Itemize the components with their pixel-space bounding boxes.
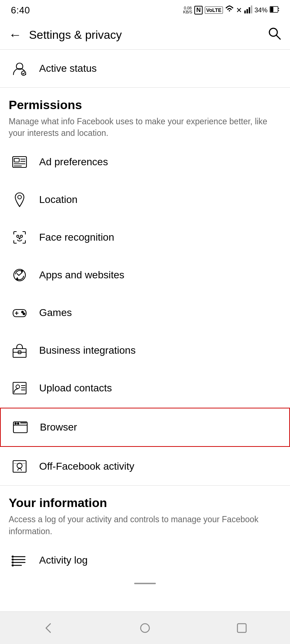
- nav-back-button[interactable]: [34, 617, 63, 639]
- business-integrations-label: Business integrations: [39, 345, 136, 356]
- svg-point-29: [23, 313, 25, 315]
- games-label: Games: [39, 307, 72, 319]
- nav-recents-button[interactable]: [227, 617, 256, 639]
- svg-point-51: [12, 559, 13, 560]
- nfc-icon: N: [194, 6, 202, 14]
- activity-log-item[interactable]: Activity log: [0, 541, 290, 579]
- svg-marker-23: [21, 270, 23, 273]
- nav-home-button[interactable]: [130, 617, 160, 639]
- svg-rect-30: [13, 349, 26, 357]
- svg-point-19: [17, 235, 19, 237]
- permissions-header: Permissions Manage what info Facebook us…: [0, 88, 290, 143]
- apps-and-websites-icon: [9, 264, 30, 286]
- games-icon: [9, 302, 30, 324]
- back-button[interactable]: ←: [9, 28, 22, 41]
- face-recognition-item[interactable]: Face recognition: [0, 219, 290, 256]
- ad-preferences-label: Ad preferences: [39, 156, 108, 168]
- svg-point-34: [16, 385, 20, 389]
- svg-point-41: [17, 423, 19, 424]
- svg-line-9: [277, 36, 281, 40]
- upload-contacts-item[interactable]: Upload contacts: [0, 369, 290, 407]
- off-facebook-activity-icon: [9, 456, 30, 477]
- apps-and-websites-item[interactable]: Apps and websites: [0, 256, 290, 294]
- svg-rect-55: [237, 624, 246, 632]
- upload-contacts-icon: [9, 377, 30, 399]
- face-recognition-icon: [9, 227, 30, 248]
- browser-label: Browser: [40, 421, 77, 433]
- off-facebook-activity-item[interactable]: Off-Facebook activity: [0, 448, 290, 485]
- svg-point-18: [18, 195, 21, 199]
- permissions-title: Permissions: [9, 98, 281, 112]
- volte-icon: VoLTE: [205, 7, 223, 14]
- location-label: Location: [39, 194, 78, 205]
- ad-preferences-item[interactable]: Ad preferences: [0, 143, 290, 181]
- your-information-title: Your information: [9, 496, 281, 510]
- signal-x-icon: ✕: [236, 6, 242, 14]
- svg-rect-2: [249, 7, 250, 13]
- svg-point-53: [12, 565, 13, 566]
- signal-icon: [244, 5, 252, 15]
- apps-and-websites-label: Apps and websites: [39, 269, 124, 281]
- svg-rect-7: [270, 7, 273, 12]
- business-integrations-item[interactable]: Business integrations: [0, 332, 290, 369]
- active-status-icon: [9, 58, 30, 79]
- location-item[interactable]: Location: [0, 181, 290, 219]
- app-bar-left: ← Settings & privacy: [9, 28, 122, 42]
- svg-rect-43: [13, 461, 26, 472]
- svg-point-11: [21, 71, 26, 75]
- battery-icon: [270, 6, 279, 14]
- status-icons: 0.08 KB/S N VoLTE ✕ 34%: [183, 5, 279, 15]
- ad-preferences-icon: [9, 151, 30, 173]
- battery-text: 34%: [254, 7, 268, 14]
- search-icon[interactable]: [268, 26, 281, 43]
- svg-point-52: [12, 562, 13, 563]
- face-recognition-label: Face recognition: [39, 232, 114, 243]
- active-status-label: Active status: [39, 63, 97, 74]
- svg-rect-0: [244, 11, 246, 13]
- your-information-subtitle: Access a log of your activity and contro…: [9, 514, 281, 537]
- svg-point-40: [15, 423, 16, 424]
- upload-contacts-label: Upload contacts: [39, 382, 112, 394]
- svg-rect-3: [251, 5, 252, 13]
- browser-item[interactable]: Browser: [0, 408, 290, 447]
- permissions-subtitle: Manage what info Facebook uses to make y…: [9, 116, 281, 139]
- location-icon: [9, 189, 30, 211]
- your-information-header: Your information Access a log of your ac…: [0, 486, 290, 541]
- business-integrations-icon: [9, 340, 30, 361]
- scroll-indicator: [134, 583, 156, 584]
- svg-point-28: [22, 311, 24, 313]
- games-item[interactable]: Games: [0, 294, 290, 332]
- svg-point-44: [17, 463, 22, 468]
- status-bar: 6:40 0.08 KB/S N VoLTE ✕ 34%: [0, 0, 290, 20]
- page-title: Settings & privacy: [29, 28, 122, 42]
- wifi-icon: [225, 5, 234, 15]
- active-status-item[interactable]: Active status: [0, 50, 290, 87]
- svg-point-21: [19, 238, 20, 239]
- svg-marker-24: [16, 278, 18, 280]
- activity-log-label: Activity log: [39, 554, 88, 566]
- browser-icon: [9, 416, 31, 438]
- app-bar: ← Settings & privacy: [0, 20, 290, 49]
- status-time: 6:40: [11, 5, 30, 16]
- activity-log-icon: [9, 549, 30, 571]
- svg-rect-13: [14, 158, 19, 162]
- nav-bar: [0, 611, 290, 644]
- svg-point-54: [141, 624, 149, 632]
- data-speed-icon: 0.08 KB/S: [183, 6, 192, 14]
- off-facebook-activity-label: Off-Facebook activity: [39, 461, 134, 472]
- content: Active status Permissions Manage what in…: [0, 50, 290, 611]
- svg-point-50: [12, 556, 13, 557]
- svg-rect-1: [246, 9, 248, 13]
- svg-point-20: [20, 235, 22, 237]
